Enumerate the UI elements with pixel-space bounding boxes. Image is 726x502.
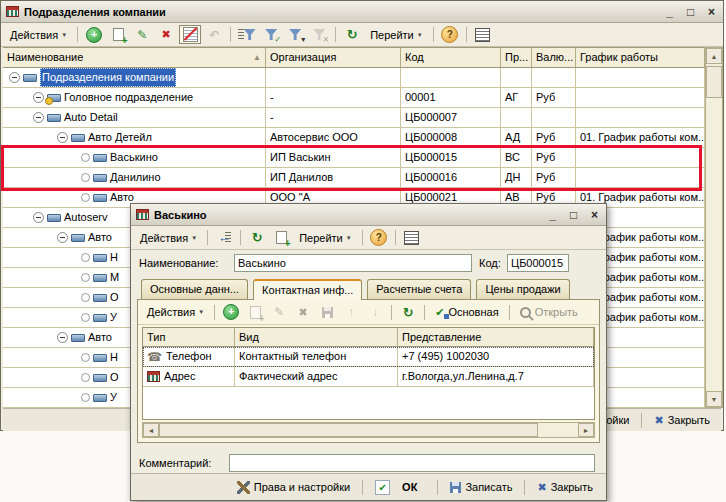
filter-history-button[interactable]: ▾ bbox=[284, 25, 306, 44]
dialog-actions-menu-button[interactable]: Действия ▼ bbox=[135, 230, 202, 246]
contacts-actions-menu-button[interactable]: Действия ▼ bbox=[142, 304, 209, 320]
department-name: О bbox=[110, 368, 119, 387]
move-down-button[interactable]: ↓ bbox=[364, 303, 386, 322]
table-row[interactable]: Подразделения компании bbox=[3, 68, 705, 88]
tab-1[interactable]: Контактная инф... bbox=[253, 279, 362, 300]
tools-icon bbox=[237, 481, 250, 494]
table-cell bbox=[532, 68, 576, 88]
table-cell bbox=[401, 68, 501, 88]
column-header-code[interactable]: Код bbox=[401, 48, 501, 68]
maximize-icon[interactable]: □ bbox=[567, 208, 580, 222]
tree-collapse-icon[interactable] bbox=[57, 332, 68, 343]
close-window-button[interactable]: Закрыть bbox=[649, 413, 715, 428]
comment-label: Комментарий: bbox=[139, 457, 211, 469]
contact-save-button[interactable] bbox=[316, 303, 338, 322]
column-header-presentation[interactable]: Представление bbox=[398, 328, 594, 347]
tab-0[interactable]: Основные данн... bbox=[141, 279, 248, 300]
dialog-close-label: Закрыть bbox=[551, 481, 593, 493]
list-settings-button[interactable] bbox=[472, 25, 494, 44]
minimize-icon[interactable]: _ bbox=[546, 208, 559, 222]
contacts-refresh-button[interactable] bbox=[397, 303, 419, 322]
maximize-icon[interactable]: □ bbox=[684, 5, 697, 19]
show-marked-toggle[interactable] bbox=[179, 25, 201, 44]
ok-button[interactable]: ОК bbox=[370, 479, 430, 496]
scroll-right-icon[interactable]: ► bbox=[578, 423, 594, 437]
close-icon[interactable]: × bbox=[705, 5, 718, 19]
open-contact-button[interactable]: Открыть bbox=[515, 305, 583, 319]
tab-2[interactable]: Расчетные счета bbox=[367, 279, 471, 300]
scroll-down-icon[interactable]: ▼ bbox=[706, 391, 722, 407]
column-header-type[interactable]: Тип bbox=[143, 328, 235, 347]
department-icon bbox=[93, 314, 107, 322]
scrollbar-thumb[interactable] bbox=[159, 423, 538, 437]
refresh-button[interactable] bbox=[341, 25, 363, 44]
dialog-rights-settings-label: Права и настройки bbox=[254, 481, 350, 493]
list-lines-icon bbox=[225, 232, 231, 242]
save-button[interactable]: Записать bbox=[445, 480, 517, 494]
column-header-currency[interactable]: Валю... bbox=[532, 48, 576, 68]
tab-3[interactable]: Цены продажи bbox=[476, 279, 569, 300]
table-row[interactable]: Auto Detail-ЦБ000007 bbox=[3, 108, 705, 128]
column-header-name[interactable]: Наименование▲ bbox=[3, 48, 266, 68]
delete-button[interactable] bbox=[155, 25, 177, 44]
name-input[interactable]: Васькино bbox=[234, 254, 472, 272]
main-toolbar: Действия ▼ ✓ ▾ ✕ Перейти ▼ ? bbox=[1, 23, 723, 47]
department-icon bbox=[47, 214, 61, 222]
contact-edit-button[interactable] bbox=[268, 303, 290, 322]
scrollbar-thumb[interactable] bbox=[706, 66, 722, 98]
minimize-icon[interactable]: _ bbox=[663, 5, 676, 19]
contacts-table: Тип Вид Представление ТелефонКонтактный … bbox=[142, 327, 595, 420]
contact-row[interactable]: АдресФактический адресг.Вологда,ул.Ленин… bbox=[143, 367, 594, 387]
column-header-kind[interactable]: Вид bbox=[235, 328, 398, 347]
dialog-goto-menu-button[interactable]: Перейти ▼ bbox=[294, 230, 357, 246]
comment-input[interactable] bbox=[229, 454, 595, 472]
column-header-org[interactable]: Организация bbox=[266, 48, 401, 68]
dialog-rights-settings-button[interactable]: Права и настройки bbox=[232, 480, 355, 495]
column-header-schedule[interactable]: График работы bbox=[576, 48, 705, 68]
tree-collapse-icon[interactable] bbox=[9, 72, 20, 83]
contact-delete-button[interactable] bbox=[292, 303, 314, 322]
tree-collapse-icon[interactable] bbox=[57, 232, 68, 243]
code-input[interactable]: ЦБ000015 bbox=[507, 254, 569, 272]
contact-copy-button[interactable] bbox=[244, 303, 266, 322]
dialog-refresh-button[interactable] bbox=[246, 228, 268, 247]
vertical-scrollbar[interactable]: ▲ ▼ bbox=[705, 47, 723, 408]
reread-button[interactable] bbox=[213, 228, 235, 247]
edit-button[interactable] bbox=[131, 25, 153, 44]
department-icon bbox=[47, 94, 61, 102]
ok-check-icon bbox=[375, 480, 390, 495]
table-cell: г.Вологда,ул.Ленина,д.7 bbox=[398, 367, 594, 387]
tree-collapse-icon[interactable] bbox=[33, 212, 44, 223]
save-label: Записать bbox=[465, 481, 512, 493]
tree-collapse-icon[interactable] bbox=[33, 112, 44, 123]
arrow-up-icon: ↑ bbox=[348, 305, 354, 319]
set-primary-button[interactable]: Основная bbox=[430, 305, 503, 320]
add-button[interactable] bbox=[83, 25, 105, 44]
move-up-button[interactable]: ↑ bbox=[340, 303, 362, 322]
close-icon[interactable]: × bbox=[588, 208, 601, 222]
department-icon bbox=[47, 114, 61, 122]
primary-check-icon bbox=[435, 306, 444, 319]
help-button[interactable]: ? bbox=[439, 25, 461, 44]
undo-deletion-button[interactable] bbox=[203, 25, 225, 44]
add-group-button[interactable] bbox=[107, 25, 129, 44]
dialog-settings-button[interactable] bbox=[401, 228, 423, 247]
filter-settings-button[interactable]: ✓ bbox=[260, 25, 282, 44]
dialog-help-button[interactable]: ? bbox=[368, 228, 390, 247]
goto-menu-button[interactable]: Перейти ▼ bbox=[365, 27, 428, 43]
clear-filter-button[interactable]: ✕ bbox=[308, 25, 330, 44]
scroll-up-icon[interactable]: ▲ bbox=[706, 48, 722, 64]
contact-row[interactable]: ТелефонКонтактный телефон+7 (495) 100203… bbox=[143, 347, 594, 367]
copy-button[interactable] bbox=[270, 228, 292, 247]
column-header-prefix[interactable]: Пр... bbox=[501, 48, 532, 68]
department-icon bbox=[93, 294, 107, 302]
scroll-left-icon[interactable]: ◄ bbox=[143, 423, 159, 437]
contact-add-button[interactable] bbox=[220, 303, 242, 322]
filter-by-value-button[interactable] bbox=[236, 25, 258, 44]
dialog-close-button[interactable]: Закрыть bbox=[532, 480, 598, 495]
table-row[interactable]: Головное подразделение-00001АГРуб bbox=[3, 88, 705, 108]
tree-collapse-icon[interactable] bbox=[57, 132, 68, 143]
tree-collapse-icon[interactable] bbox=[33, 92, 44, 103]
actions-menu-button[interactable]: Действия ▼ bbox=[5, 27, 72, 43]
horizontal-scrollbar[interactable]: ◄ ► bbox=[142, 422, 595, 438]
